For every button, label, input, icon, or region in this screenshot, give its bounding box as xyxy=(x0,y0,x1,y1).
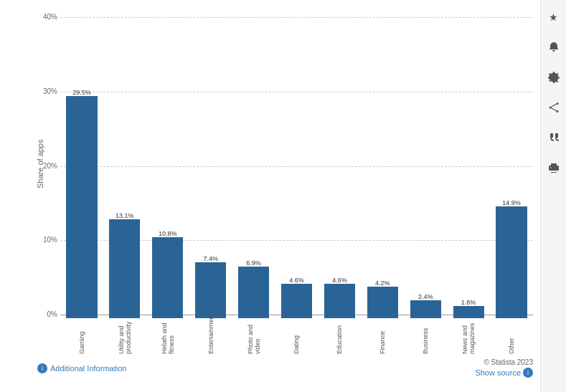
y-tick-40: 40% xyxy=(36,13,57,21)
bar-group-gaming: 29.5% xyxy=(60,17,103,318)
bar-group-utility: 13.1% xyxy=(103,17,146,318)
x-label-health: Helath and fitness xyxy=(146,318,189,354)
star-icon[interactable]: ★ xyxy=(544,7,564,27)
bar-label-dating: 4.6% xyxy=(289,277,304,284)
x-label-other: Other xyxy=(490,318,533,354)
show-source-label: Show source xyxy=(475,368,521,377)
y-tick-0: 0% xyxy=(36,310,57,318)
chart-area: 40% 30% 20% 10% xyxy=(14,14,533,354)
bar-group-dating: 4.6% xyxy=(275,17,319,318)
bar-group-other: 14.9% xyxy=(490,17,533,318)
bar-group-education: 4.6% xyxy=(318,17,361,318)
bar-label-gaming: 29.5% xyxy=(72,89,91,96)
bar-finance xyxy=(367,287,398,318)
bar-photo xyxy=(238,267,269,318)
bars-wrapper: 29.5% 13.1% 10.8% 7.4% xyxy=(60,17,533,318)
bar-dating xyxy=(281,284,312,318)
bar-group-finance: 4.2% xyxy=(361,17,404,318)
sidebar: ★ xyxy=(540,0,566,392)
y-tick-30: 30% xyxy=(36,87,57,95)
x-label-news: News and magazines xyxy=(447,318,490,354)
bar-group-entertainment: 7.4% xyxy=(189,17,232,318)
x-label-entertainment: Entertainment xyxy=(189,318,232,354)
chart-body: 40% 30% 20% 10% xyxy=(59,14,533,354)
gear-icon[interactable] xyxy=(544,67,564,87)
footer-right: © Statista 2023 Show source i xyxy=(475,358,533,378)
info-icon: i xyxy=(37,363,47,373)
bar-group-health: 10.8% xyxy=(146,17,189,318)
statista-credit: © Statista 2023 xyxy=(484,358,533,366)
show-source-info-icon: i xyxy=(523,368,533,378)
bar-business xyxy=(410,300,441,318)
additional-info-button[interactable]: i Additional Information xyxy=(37,363,126,373)
y-axis-label: Share of apps xyxy=(36,140,44,189)
bar-label-education: 4.6% xyxy=(332,277,347,284)
bar-label-health: 10.8% xyxy=(159,230,177,237)
main-content: 40% 30% 20% 10% xyxy=(0,0,540,392)
bar-education xyxy=(324,284,355,318)
x-label-finance: Finance xyxy=(361,318,404,354)
bar-health xyxy=(152,237,183,318)
bar-group-photo: 6.9% xyxy=(232,17,275,318)
bar-utility xyxy=(109,219,140,318)
bar-label-utility: 13.1% xyxy=(115,212,134,219)
x-label-photo: Photo and video xyxy=(232,318,275,354)
bar-label-finance: 4.2% xyxy=(375,279,390,287)
x-labels: Gaming Utility and productivity Helath a… xyxy=(60,318,533,354)
bar-news xyxy=(453,306,484,318)
bar-label-other: 14.9% xyxy=(502,199,521,206)
svg-line-3 xyxy=(550,104,557,108)
share-icon[interactable] xyxy=(544,97,564,118)
footer: i Additional Information © Statista 2023… xyxy=(14,358,533,378)
x-label-gaming: Gaming xyxy=(60,318,103,354)
x-label-business: Business xyxy=(404,318,447,354)
bar-gaming xyxy=(66,96,97,318)
chart-inner: 40% 30% 20% 10% xyxy=(36,14,533,354)
show-source-button[interactable]: Show source i xyxy=(475,368,533,378)
print-icon[interactable] xyxy=(544,158,564,178)
quote-icon[interactable] xyxy=(544,128,564,148)
x-label-dating: Dating xyxy=(275,318,319,354)
x-label-education: Education xyxy=(318,318,361,354)
bar-group-business: 2.4% xyxy=(404,17,447,318)
y-tick-10: 10% xyxy=(36,236,57,244)
bar-label-photo: 6.9% xyxy=(246,259,261,267)
x-label-utility: Utility and productivity xyxy=(103,318,146,354)
bell-icon[interactable] xyxy=(544,37,564,57)
svg-line-4 xyxy=(550,107,557,112)
bar-other xyxy=(496,206,527,318)
bar-entertainment xyxy=(195,262,226,318)
bar-label-business: 2.4% xyxy=(418,293,433,300)
bar-group-news: 1.6% xyxy=(447,17,490,318)
bar-label-entertainment: 7.4% xyxy=(203,255,218,262)
bar-label-news: 1.6% xyxy=(461,299,476,306)
additional-info-label: Additional Information xyxy=(50,364,126,373)
